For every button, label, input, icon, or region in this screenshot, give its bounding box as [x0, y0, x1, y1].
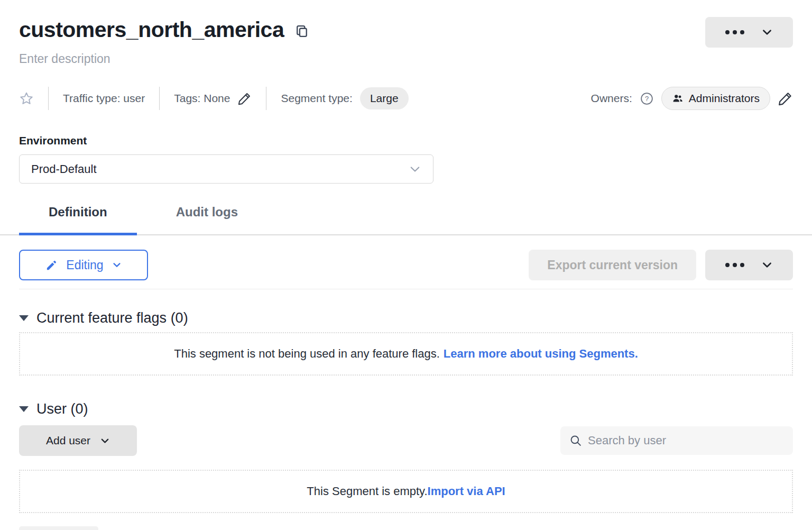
definition-more-actions-button[interactable]	[705, 250, 793, 280]
user-controls: Add user	[19, 425, 793, 456]
feature-flags-empty-text: This segment is not being used in any fe…	[174, 347, 440, 361]
search-icon	[569, 434, 583, 447]
people-icon	[672, 93, 684, 104]
add-user-button[interactable]: Add user	[19, 425, 137, 456]
help-icon[interactable]: ?	[640, 92, 654, 106]
header-more-actions-button[interactable]	[705, 17, 793, 48]
divider	[48, 87, 49, 110]
feature-flags-section-header[interactable]: Current feature flags (0)	[19, 310, 793, 326]
environment-selected-value: Prod-Default	[31, 162, 97, 176]
export-current-version-button[interactable]: Export current version	[529, 250, 696, 280]
edit-tags-pencil-icon[interactable]	[237, 92, 252, 106]
meta-row: Traffic type: user Tags: None Segment ty…	[19, 87, 793, 110]
editing-status-button[interactable]: Editing	[19, 250, 148, 280]
cutoff-element	[19, 526, 98, 530]
owners-label: Owners:	[591, 92, 632, 105]
divider	[159, 87, 160, 110]
segment-detail-page: customers_north_america Enter descriptio…	[0, 0, 812, 530]
feature-flags-heading: Current feature flags (0)	[36, 310, 188, 326]
feature-flags-empty-state: This segment is not being used in any fe…	[19, 332, 793, 376]
favorite-star-icon[interactable]	[19, 91, 34, 106]
chevron-down-icon	[761, 259, 773, 271]
segment-type-badge: Large	[360, 87, 409, 109]
copy-icon[interactable]	[294, 23, 309, 39]
divider	[266, 87, 266, 110]
search-by-user-input[interactable]	[588, 434, 785, 447]
tags: Tags: None	[174, 92, 252, 106]
owners-value: Administrators	[689, 92, 760, 105]
tags-label: Tags: None	[174, 92, 230, 105]
page-title: customers_north_america	[19, 17, 284, 42]
chevron-down-icon	[409, 163, 421, 176]
caret-down-icon	[19, 406, 29, 412]
user-heading: User (0)	[36, 401, 88, 417]
tab-definition[interactable]: Definition	[19, 202, 137, 235]
tab-bar: Definition Audit logs	[19, 202, 793, 235]
learn-more-link[interactable]: Learn more about using Segments.	[444, 347, 638, 361]
environment-select[interactable]: Prod-Default	[19, 154, 433, 184]
chevron-down-icon	[112, 260, 122, 270]
edit-owners-pencil-icon[interactable]	[778, 91, 793, 106]
environment-label: Environment	[19, 134, 793, 147]
editing-label: Editing	[66, 258, 103, 272]
user-empty-text: This Segment is empty.	[307, 485, 427, 498]
caret-down-icon	[19, 315, 29, 321]
owners-group: Owners: ? Administrators	[591, 87, 793, 110]
owners-badge[interactable]: Administrators	[661, 87, 770, 110]
ellipsis-icon	[725, 263, 744, 267]
segment-type-label: Segment type:	[281, 92, 352, 105]
ellipsis-icon	[725, 30, 744, 34]
divider	[19, 289, 793, 289]
chevron-down-icon	[100, 436, 110, 446]
user-empty-state: This Segment is empty. Import via API	[19, 470, 793, 513]
user-section-header[interactable]: User (0)	[19, 401, 793, 417]
description-placeholder[interactable]: Enter description	[19, 52, 793, 68]
tab-audit-logs[interactable]: Audit logs	[152, 202, 262, 235]
segment-type: Segment type: Large	[281, 87, 408, 109]
svg-text:?: ?	[645, 95, 649, 103]
header: customers_north_america	[19, 16, 793, 43]
pencil-icon	[45, 259, 58, 271]
add-user-label: Add user	[46, 434, 90, 447]
traffic-type: Traffic type: user	[63, 92, 145, 105]
user-search	[560, 426, 793, 455]
import-via-api-link[interactable]: Import via API	[428, 485, 505, 498]
chevron-down-icon	[761, 26, 773, 38]
definition-toolbar: Editing Export current version	[19, 250, 793, 280]
